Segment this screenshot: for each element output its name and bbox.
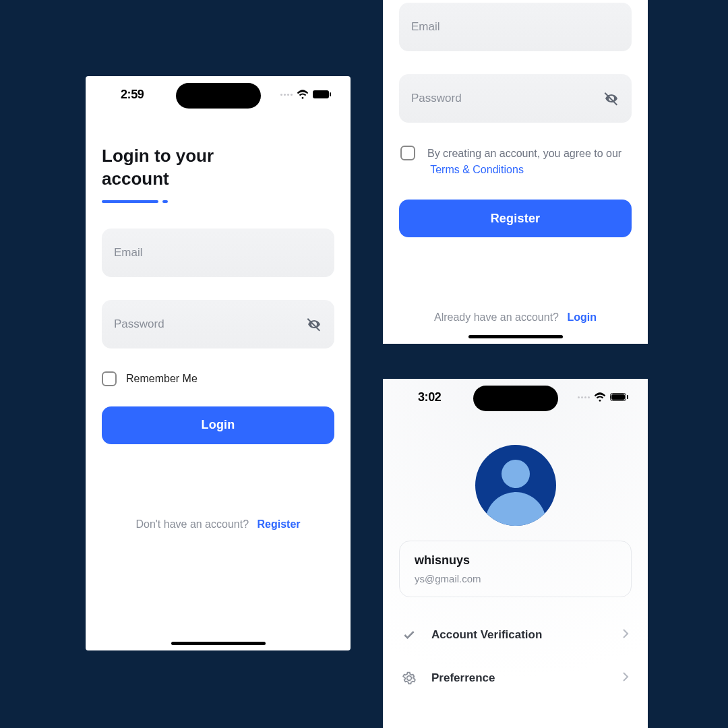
svg-rect-0	[313, 90, 329, 98]
login-button[interactable]: Login	[102, 406, 334, 444]
avatar-container	[383, 445, 648, 526]
gear-icon	[402, 671, 417, 685]
register-button[interactable]: Register	[399, 200, 632, 237]
home-indicator	[171, 642, 266, 645]
email-field-wrapper	[399, 3, 632, 51]
chevron-right-icon	[622, 671, 629, 685]
chevron-right-icon	[622, 628, 629, 642]
status-time: 2:59	[121, 88, 144, 102]
profile-email: ys@gmail.com	[415, 573, 616, 584]
toggle-password-visibility-icon[interactable]	[306, 316, 322, 332]
remember-me-label: Remember Me	[126, 373, 198, 385]
row-preference[interactable]: Preferrence	[383, 657, 648, 700]
check-icon	[402, 628, 417, 642]
cellular-icon	[578, 396, 590, 398]
password-field-wrapper	[399, 74, 632, 123]
email-field[interactable]	[114, 246, 322, 260]
password-field[interactable]	[114, 317, 306, 331]
row-label: Preferrence	[431, 671, 607, 685]
already-text: Already have an account?	[434, 311, 559, 323]
status-time: 3:02	[418, 390, 441, 404]
status-icons	[578, 392, 629, 402]
login-screen: 2:59 Login to your account Remember Me L…	[86, 76, 351, 650]
email-field-wrapper	[102, 229, 334, 277]
notch	[176, 83, 261, 109]
password-field[interactable]	[411, 92, 603, 105]
no-account-text: Don't have an account?	[135, 518, 249, 530]
register-link[interactable]: Register	[257, 518, 301, 530]
profile-username: whisnuys	[415, 553, 616, 568]
terms-link[interactable]: Terms & Conditions	[430, 164, 524, 175]
login-link[interactable]: Login	[567, 311, 597, 323]
wifi-icon	[297, 90, 309, 99]
cellular-icon	[280, 94, 293, 96]
svg-rect-4	[627, 395, 628, 399]
password-field-wrapper	[102, 300, 334, 348]
remember-me-checkbox[interactable]	[102, 371, 117, 386]
avatar[interactable]	[475, 445, 556, 526]
already-account-line: Already have an account? Login	[383, 311, 648, 324]
notch	[473, 386, 558, 411]
profile-card: whisnuys ys@gmail.com	[399, 541, 632, 597]
svg-rect-3	[611, 394, 625, 400]
no-account-line: Don't have an account? Register	[86, 518, 351, 530]
terms-text: By creating an account, you agree to our…	[427, 146, 632, 178]
remember-me-row[interactable]: Remember Me	[102, 371, 334, 386]
terms-row: By creating an account, you agree to our…	[400, 146, 632, 178]
profile-screen: 3:02 whisnuys ys@gmail.com Account Verif…	[383, 379, 648, 728]
status-icons	[280, 90, 332, 99]
wifi-icon	[594, 392, 606, 402]
title-underline	[102, 200, 334, 203]
svg-rect-1	[330, 92, 331, 96]
toggle-password-visibility-icon[interactable]	[603, 90, 619, 107]
battery-icon	[313, 90, 332, 99]
status-bar: 3:02	[383, 379, 648, 415]
row-account-verification[interactable]: Account Verification	[383, 613, 648, 657]
row-label: Account Verification	[431, 628, 607, 642]
home-indicator	[468, 335, 563, 338]
terms-checkbox[interactable]	[400, 146, 415, 160]
email-field[interactable]	[411, 20, 619, 34]
status-bar: 2:59	[86, 76, 351, 113]
agree-text: By creating an account, you agree to our	[427, 148, 621, 159]
page-title: Login to your account	[102, 145, 237, 191]
battery-icon	[610, 392, 629, 402]
register-screen: By creating an account, you agree to our…	[383, 0, 648, 344]
